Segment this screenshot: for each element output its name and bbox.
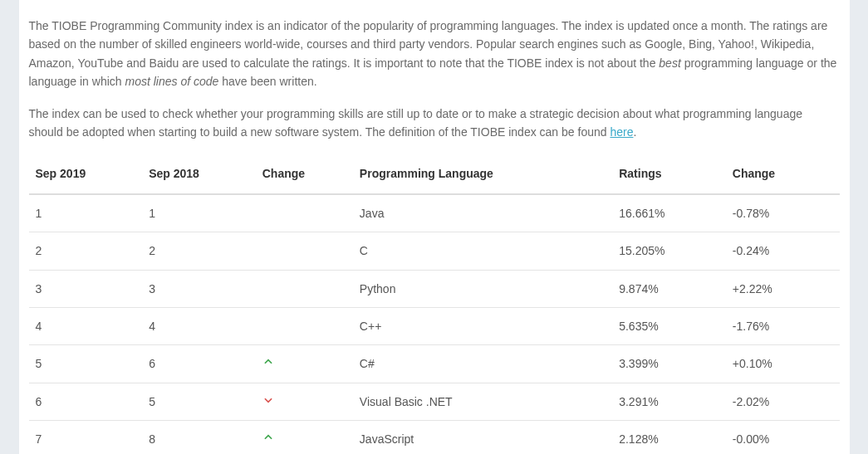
cell-delta: -0.00% <box>726 421 840 454</box>
cell-change-dir <box>256 421 353 454</box>
header-ratings: Ratings <box>612 154 726 193</box>
cell-ratings: 3.399% <box>612 345 726 383</box>
table-row: 78JavaScript2.128%-0.00% <box>29 421 840 454</box>
cell-language: C <box>353 232 612 270</box>
intro-text: The index can be used to check whether y… <box>29 107 803 139</box>
table-row: 22C15.205%-0.24% <box>29 232 840 270</box>
intro-section: The TIOBE Programming Community index is… <box>29 17 840 141</box>
cell-rank-2019: 1 <box>29 194 143 232</box>
intro-text: . <box>633 125 636 139</box>
intro-text: have been written. <box>218 75 316 88</box>
cell-delta: -1.76% <box>726 307 840 344</box>
cell-rank-2018: 1 <box>142 194 256 232</box>
chevron-up-icon <box>262 354 274 373</box>
cell-change-dir <box>256 383 353 420</box>
cell-rank-2018: 8 <box>142 421 256 454</box>
content-container: The TIOBE Programming Community index is… <box>19 0 850 454</box>
table-body: 11Java16.661%-0.78%22C15.205%-0.24%33Pyt… <box>29 194 840 454</box>
tiobe-index-table: Sep 2019 Sep 2018 Change Programming Lan… <box>29 154 840 454</box>
cell-rank-2018: 6 <box>142 345 256 383</box>
header-sep-2019: Sep 2019 <box>29 154 143 193</box>
cell-language: Java <box>353 194 612 232</box>
cell-ratings: 2.128% <box>612 421 726 454</box>
table-row: 44C++5.635%-1.76% <box>29 307 840 344</box>
cell-language: C++ <box>353 307 612 344</box>
cell-rank-2018: 4 <box>142 307 256 344</box>
cell-language: Visual Basic .NET <box>353 383 612 420</box>
chevron-up-icon <box>262 430 274 448</box>
header-language: Programming Language <box>353 154 612 193</box>
intro-paragraph-1: The TIOBE Programming Community index is… <box>29 17 840 91</box>
cell-rank-2019: 6 <box>29 383 143 420</box>
cell-delta: -2.02% <box>726 383 840 420</box>
table-row: 11Java16.661%-0.78% <box>29 194 840 232</box>
cell-language: Python <box>353 270 612 307</box>
cell-rank-2018: 5 <box>142 383 256 420</box>
cell-ratings: 9.874% <box>612 270 726 307</box>
cell-ratings: 5.635% <box>612 307 726 344</box>
cell-ratings: 15.205% <box>612 232 726 270</box>
cell-ratings: 16.661% <box>612 194 726 232</box>
emphasis-best: best <box>659 56 680 70</box>
header-change-pct: Change <box>726 154 840 193</box>
cell-change-dir <box>256 194 353 232</box>
cell-rank-2018: 3 <box>142 270 256 307</box>
table-row: 56C#3.399%+0.10% <box>29 345 840 383</box>
here-link[interactable]: here <box>610 125 633 139</box>
cell-rank-2019: 7 <box>29 421 143 454</box>
header-sep-2018: Sep 2018 <box>142 154 256 193</box>
emphasis-lines: most lines of code <box>125 75 218 88</box>
cell-rank-2019: 4 <box>29 307 143 344</box>
intro-paragraph-2: The index can be used to check whether y… <box>29 105 840 142</box>
cell-delta: +0.10% <box>726 345 840 383</box>
cell-change-dir <box>256 345 353 383</box>
cell-delta: +2.22% <box>726 270 840 307</box>
cell-change-dir <box>256 232 353 270</box>
cell-language: C# <box>353 345 612 383</box>
cell-rank-2018: 2 <box>142 232 256 270</box>
chevron-down-icon <box>262 393 274 411</box>
cell-language: JavaScript <box>353 421 612 454</box>
cell-rank-2019: 5 <box>29 345 143 383</box>
cell-rank-2019: 2 <box>29 232 143 270</box>
table-header-row: Sep 2019 Sep 2018 Change Programming Lan… <box>29 154 840 193</box>
header-change-rank: Change <box>256 154 353 193</box>
cell-change-dir <box>256 270 353 307</box>
table-row: 33Python9.874%+2.22% <box>29 270 840 307</box>
cell-delta: -0.24% <box>726 232 840 270</box>
cell-delta: -0.78% <box>726 194 840 232</box>
table-row: 65Visual Basic .NET3.291%-2.02% <box>29 383 840 420</box>
cell-ratings: 3.291% <box>612 383 726 420</box>
cell-rank-2019: 3 <box>29 270 143 307</box>
cell-change-dir <box>256 307 353 344</box>
